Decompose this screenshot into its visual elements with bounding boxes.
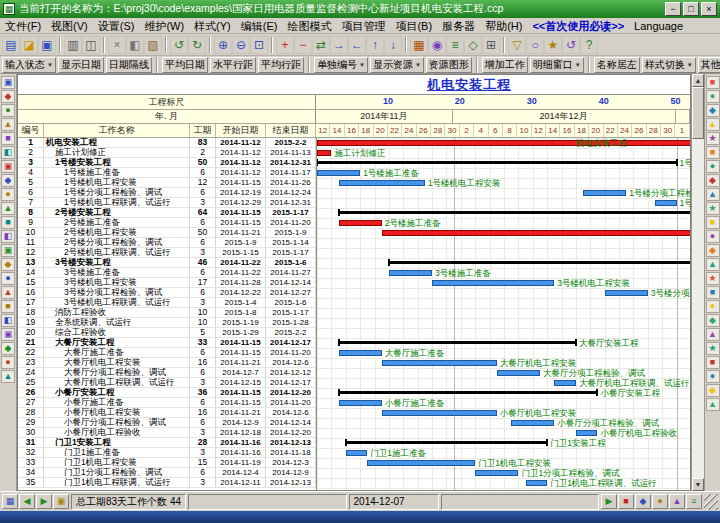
left-tool-icon-18[interactable]: ◧ — [1, 314, 15, 327]
task-end-cell[interactable]: 2014-12-3 — [266, 458, 316, 467]
task-id-cell[interactable]: 25 — [18, 378, 44, 387]
task-id-cell[interactable]: 31 — [18, 438, 44, 447]
run-icon[interactable]: ▶ — [601, 494, 617, 509]
task-id-cell[interactable]: 11 — [18, 238, 44, 247]
task-name-cell[interactable]: 全系统联调、试运行 — [44, 318, 190, 327]
gantt-bar-normal[interactable] — [317, 170, 360, 176]
toolbar2-button-13[interactable]: 样式切换▼ — [642, 57, 696, 73]
task-row[interactable]: 30小餐厅机电工程验收32014-12-182014-12-20 — [18, 428, 316, 438]
task-row[interactable]: 26小餐厅安装工程362014-11-152014-12-20 — [18, 388, 316, 398]
right-tool-icon-15[interactable]: ★ — [706, 272, 720, 285]
task-duration-cell[interactable]: 46 — [190, 258, 216, 267]
gantt-bar-normal[interactable] — [389, 270, 432, 276]
task-name-cell[interactable]: 大餐厅机电工程联调、试运行 — [44, 378, 190, 387]
task-row[interactable]: 32门卫1施工准备32014-11-162014-11-18 — [18, 448, 316, 458]
task-id-cell[interactable]: 33 — [18, 458, 44, 467]
task-id-cell[interactable]: 12 — [18, 248, 44, 257]
task-start-cell[interactable]: 2015-1-19 — [216, 318, 266, 327]
task-start-cell[interactable]: 2014-12-22 — [216, 288, 266, 297]
task-end-cell[interactable]: 2014-12-31 — [266, 198, 316, 207]
task-end-cell[interactable]: 2015-2-2 — [266, 328, 316, 337]
task-row[interactable]: 31号楼安装工程502014-11-122014-12-31 — [18, 158, 316, 168]
task-duration-cell[interactable]: 3 — [190, 378, 216, 387]
task-duration-cell[interactable]: 6 — [190, 218, 216, 227]
task-row[interactable]: 35门卫1机电工程联调、试运行32014-12-112014-12-13 — [18, 478, 316, 488]
gantt-bar-critical[interactable] — [382, 230, 690, 236]
up-icon[interactable]: ▲ — [669, 494, 685, 509]
task-end-cell[interactable]: 2015-1-28 — [266, 318, 316, 327]
task-name-cell[interactable]: 大餐厅机电工程安装 — [44, 358, 190, 367]
task-name-cell[interactable]: 综合工程验收 — [44, 328, 190, 337]
left-tool-icon-16[interactable]: ▲ — [1, 286, 15, 299]
task-end-cell[interactable]: 2014-12-31 — [266, 158, 316, 167]
task-start-cell[interactable]: 2014-11-21 — [216, 408, 266, 417]
task-id-cell[interactable]: 6 — [18, 188, 44, 197]
task-start-cell[interactable]: 2014-12-4 — [216, 468, 266, 477]
task-end-cell[interactable]: 2014-11-20 — [266, 348, 316, 357]
left-tool-icon-4[interactable]: ▲ — [1, 118, 15, 131]
task-row[interactable]: 34门卫1分项工程检验、调试62014-12-42014-12-9 — [18, 468, 316, 478]
task-start-cell[interactable]: 2014-11-22 — [216, 258, 266, 267]
task-duration-cell[interactable]: 6 — [190, 288, 216, 297]
task-id-cell[interactable]: 7 — [18, 198, 44, 207]
scroll-up-button[interactable]: ▲ — [692, 74, 704, 87]
task-start-cell[interactable]: 2014-12-15 — [216, 378, 266, 387]
left-tool-icon-2[interactable]: ◆ — [1, 90, 15, 103]
resource-icon[interactable]: ◉ — [428, 36, 446, 54]
right-tool-icon-17[interactable]: ● — [706, 300, 720, 313]
menu-item-2[interactable]: 视图(V) — [46, 18, 93, 34]
indent-task-icon[interactable]: → — [330, 36, 348, 54]
task-end-cell[interactable]: 2015-1-6 — [266, 258, 316, 267]
task-start-cell[interactable]: 2014-11-15 — [216, 338, 266, 347]
task-duration-cell[interactable]: 3 — [190, 298, 216, 307]
task-duration-cell[interactable]: 3 — [190, 248, 216, 257]
task-name-cell[interactable]: 1号楼机电工程安装 — [44, 178, 190, 187]
left-tool-icon-15[interactable]: ● — [1, 272, 15, 285]
toolbar2-button-7[interactable]: 单独编号▼ — [314, 57, 368, 73]
task-id-cell[interactable]: 13 — [18, 258, 44, 267]
resize-grip[interactable] — [704, 494, 718, 510]
gantt-bar-critical[interactable] — [339, 220, 382, 226]
task-name-cell[interactable]: 3号楼分项工程检验、调试 — [44, 288, 190, 297]
print-icon[interactable]: ▥ — [64, 36, 82, 54]
task-name-cell[interactable]: 1号楼机电工程联调、试运行 — [44, 198, 190, 207]
task-name-cell[interactable]: 2号楼机电工程安装 — [44, 228, 190, 237]
task-name-cell[interactable]: 2号楼施工准备 — [44, 218, 190, 227]
menu-item-6[interactable]: 编辑(E) — [236, 18, 283, 34]
toolbar2-button-9[interactable]: 资源图形 — [426, 57, 472, 73]
task-duration-cell[interactable]: 6 — [190, 168, 216, 177]
task-start-cell[interactable]: 2014-12-19 — [216, 188, 266, 197]
toolbar2-button-8[interactable]: 显示资源▼ — [370, 57, 424, 73]
toolbar2-button-14[interactable]: 其他设置▼ — [698, 57, 720, 73]
task-start-cell[interactable]: 2014-11-16 — [216, 438, 266, 447]
open-folder-icon[interactable]: ◪ — [20, 36, 38, 54]
move-up-icon[interactable]: ↑ — [366, 36, 384, 54]
toolbar2-button-12[interactable]: 名称居左 — [594, 57, 640, 73]
toolbar2-button-3[interactable]: 日期隔线 — [106, 57, 152, 73]
task-id-cell[interactable]: 2 — [18, 148, 44, 157]
next-page-icon[interactable]: ▶ — [36, 494, 52, 509]
task-duration-cell[interactable]: 5 — [190, 328, 216, 337]
task-name-cell[interactable]: 大餐厅安装工程 — [44, 338, 190, 347]
task-duration-cell[interactable]: 33 — [190, 338, 216, 347]
copy-icon[interactable]: ◧ — [126, 36, 144, 54]
task-end-cell[interactable]: 2014-11-17 — [266, 168, 316, 177]
task-duration-cell[interactable]: 3 — [190, 198, 216, 207]
task-id-cell[interactable]: 29 — [18, 418, 44, 427]
task-name-cell[interactable]: 施工计划修正 — [44, 148, 190, 157]
task-id-cell[interactable]: 9 — [18, 218, 44, 227]
task-end-cell[interactable]: 2014-11-27 — [266, 268, 316, 277]
task-name-cell[interactable]: 3号楼安装工程 — [44, 258, 190, 267]
task-start-cell[interactable]: 2014-12-11 — [216, 478, 266, 487]
gantt-bar-normal[interactable] — [339, 180, 425, 186]
task-start-cell[interactable]: 2015-1-4 — [216, 298, 266, 307]
task-duration-cell[interactable]: 6 — [190, 348, 216, 357]
task-start-cell[interactable]: 2014-11-15 — [216, 178, 266, 187]
task-duration-cell[interactable]: 6 — [190, 398, 216, 407]
task-id-cell[interactable]: 35 — [18, 478, 44, 487]
list-icon[interactable]: ≡ — [686, 494, 702, 509]
toolbar2-button-6[interactable]: 平均行距 — [258, 57, 304, 73]
minimize-button[interactable]: − — [665, 2, 681, 16]
right-tool-icon-18[interactable]: ◆ — [706, 314, 720, 327]
task-start-cell[interactable]: 2015-1-15 — [216, 248, 266, 257]
